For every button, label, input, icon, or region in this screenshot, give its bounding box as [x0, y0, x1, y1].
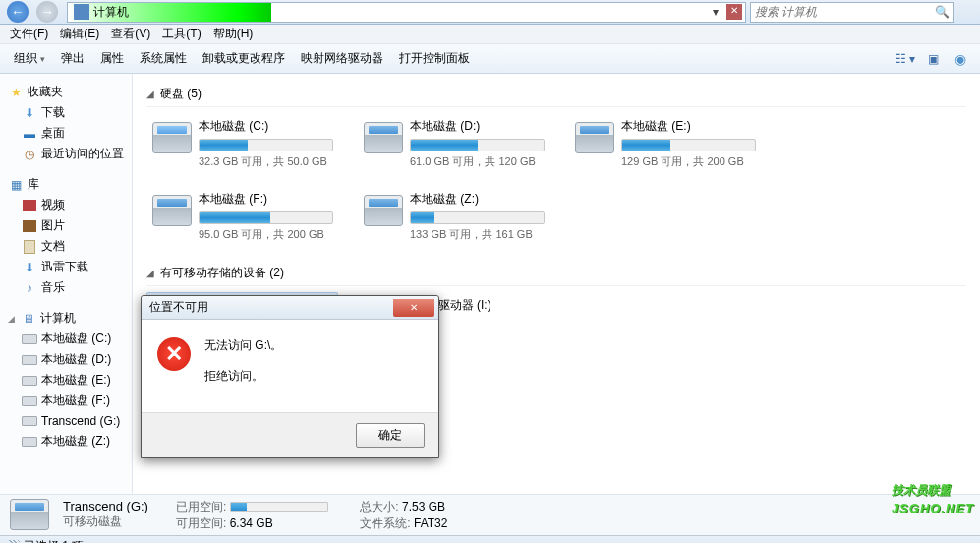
collapse-arrow-icon[interactable]: ◢ [146, 268, 154, 278]
recent-icon: ◷ [22, 147, 37, 162]
hdd-icon [151, 118, 193, 157]
drive-item[interactable]: 本地磁盘 (C:) 32.3 GB 可用，共 50.0 GB [146, 113, 338, 174]
star-icon: ★ [8, 85, 24, 100]
sidebar-item-drive-c[interactable]: 本地磁盘 (C:) [0, 329, 132, 349]
picture-icon [22, 218, 37, 234]
hdd-icon [363, 118, 404, 157]
dialog-message-1: 无法访问 G:\。 [204, 337, 423, 354]
usage-bar [410, 139, 545, 151]
drive-name: 本地磁盘 (E:) [621, 118, 756, 135]
drive-name: 本地磁盘 (Z:) [410, 191, 545, 208]
dialog-message-2: 拒绝访问。 [204, 368, 423, 385]
titlebar: ← → 计算机 ▾ ✕ 🔍 [0, 0, 980, 25]
tool-properties[interactable]: 属性 [92, 47, 132, 70]
tool-mapdrive[interactable]: 映射网络驱动器 [293, 47, 391, 70]
dialog-title: 位置不可用 [149, 299, 208, 316]
drive-icon [22, 434, 37, 450]
drive-item[interactable]: 本地磁盘 (Z:) 133 GB 可用，共 161 GB [358, 186, 549, 247]
download-icon: ⬇ [22, 105, 37, 121]
drive-stats: 95.0 GB 可用，共 200 GB [199, 227, 333, 242]
sidebar-item-pictures[interactable]: 图片 [0, 215, 132, 236]
drive-icon [22, 373, 37, 389]
nav-forward-button[interactable]: → [33, 1, 61, 23]
tool-organize[interactable]: 组织 [6, 47, 53, 70]
tool-uninstall[interactable]: 卸载或更改程序 [195, 47, 293, 70]
sidebar: ★ 收藏夹 ⬇下载 ▬桌面 ◷最近访问的位置 ▦ 库 视频 图片 文档 ⬇迅雷下… [0, 74, 133, 494]
music-icon: ♪ [22, 280, 37, 296]
menu-tools[interactable]: 工具(T) [156, 24, 206, 44]
address-bar[interactable]: 计算机 ▾ ✕ [67, 2, 746, 23]
usage-bar [621, 139, 756, 151]
sidebar-item-drive-f[interactable]: 本地磁盘 (F:) [0, 391, 132, 411]
search-input[interactable] [755, 5, 935, 19]
menu-edit[interactable]: 编辑(E) [54, 24, 105, 44]
menu-file[interactable]: 文件(F) [4, 24, 54, 44]
address-dropdown-icon[interactable]: ▾ [708, 5, 723, 19]
details-pane: Transcend (G:) 可移动磁盘 已用空间: 可用空间: 6.34 GB… [0, 494, 980, 535]
drive-item[interactable]: 本地磁盘 (E:) 129 GB 可用，共 200 GB [569, 113, 761, 174]
sidebar-item-documents[interactable]: 文档 [0, 236, 132, 257]
nav-back-button[interactable]: ← [4, 1, 31, 23]
section-header-hdd[interactable]: ◢ 硬盘 (5) [146, 82, 966, 107]
library-icon: ▦ [8, 177, 24, 193]
toolbar: 组织 弹出 属性 系统属性 卸载或更改程序 映射网络驱动器 打开控制面板 ☷ ▾… [0, 44, 980, 74]
sidebar-item-drive-z[interactable]: 本地磁盘 (Z:) [0, 431, 132, 452]
section-header-removable[interactable]: ◢ 有可移动存储的设备 (2) [146, 261, 966, 286]
sidebar-item-recent[interactable]: ◷最近访问的位置 [0, 144, 132, 164]
sidebar-item-drive-d[interactable]: 本地磁盘 (D:) [0, 349, 132, 370]
address-close-icon[interactable]: ✕ [726, 4, 742, 20]
details-total: 7.53 GB [402, 500, 445, 513]
sidebar-group-favorites[interactable]: ★ 收藏夹 [0, 82, 132, 102]
menu-help[interactable]: 帮助(H) [207, 24, 259, 44]
sidebar-item-music[interactable]: ♪音乐 [0, 277, 132, 298]
sidebar-group-libraries[interactable]: ▦ 库 [0, 174, 132, 195]
sidebar-item-drive-g[interactable]: Transcend (G:) [0, 411, 132, 431]
preview-pane-icon[interactable]: ▣ [921, 48, 945, 70]
search-icon: 🔍 [935, 5, 950, 19]
collapse-arrow-icon[interactable]: ◢ [146, 89, 154, 99]
sidebar-group-label: 收藏夹 [28, 84, 63, 100]
search-box[interactable]: 🔍 [750, 2, 954, 23]
tool-sysprops[interactable]: 系统属性 [132, 47, 195, 70]
help-icon[interactable]: ◉ [949, 48, 972, 70]
drive-stats: 61.0 GB 可用，共 120 GB [410, 154, 545, 169]
drive-name: 本地磁盘 (C:) [199, 118, 333, 135]
sidebar-item-xunlei[interactable]: ⬇迅雷下载 [0, 257, 132, 277]
drive-name: 本地磁盘 (F:) [199, 191, 333, 208]
hdd-icon [574, 118, 615, 157]
menubar: 文件(F) 编辑(E) 查看(V) 工具(T) 帮助(H) [0, 25, 980, 44]
dialog-close-button[interactable]: ✕ [393, 299, 434, 317]
hdd-icon [363, 191, 404, 230]
sidebar-group-computer[interactable]: ◢ 🖥 计算机 [0, 308, 132, 329]
video-icon [22, 198, 37, 213]
error-dialog: 位置不可用 ✕ ✕ 无法访问 G:\。 拒绝访问。 确定 [141, 295, 439, 458]
dialog-ok-button[interactable]: 确定 [356, 423, 425, 448]
status-bar: 已选择 1 项 [0, 535, 980, 543]
drive-item[interactable]: 本地磁盘 (F:) 95.0 GB 可用，共 200 GB [146, 186, 338, 247]
details-free: 6.34 GB [230, 516, 273, 530]
sidebar-item-downloads[interactable]: ⬇下载 [0, 102, 132, 123]
sidebar-item-desktop[interactable]: ▬桌面 [0, 123, 132, 144]
drive-icon [22, 393, 37, 409]
download-icon: ⬇ [22, 260, 37, 275]
drive-stats: 32.3 GB 可用，共 50.0 GB [199, 154, 333, 169]
computer-icon [74, 4, 89, 20]
dialog-title-bar[interactable]: 位置不可用 ✕ [142, 296, 438, 320]
drive-item[interactable]: 本地磁盘 (D:) 61.0 GB 可用，共 120 GB [358, 113, 549, 174]
expand-arrow-icon[interactable]: ◢ [8, 314, 18, 324]
drive-icon [10, 499, 53, 532]
sidebar-item-drive-e[interactable]: 本地磁盘 (E:) [0, 370, 132, 391]
view-options-icon[interactable]: ☷ ▾ [894, 48, 917, 70]
tool-controlpanel[interactable]: 打开控制面板 [391, 47, 478, 70]
status-text: 已选择 1 项 [24, 538, 84, 544]
menu-view[interactable]: 查看(V) [105, 24, 156, 44]
tool-eject[interactable]: 弹出 [53, 47, 92, 70]
drive-stats: 129 GB 可用，共 200 GB [621, 154, 756, 169]
usage-bar [199, 211, 333, 224]
computer-icon: 🖥 [21, 311, 36, 327]
drive-stats: 133 GB 可用，共 161 GB [410, 227, 545, 242]
sidebar-group-label: 计算机 [40, 310, 76, 327]
watermark: 技术员联盟 JSGHO.NET [892, 469, 974, 515]
details-fs: FAT32 [414, 516, 447, 530]
sidebar-item-videos[interactable]: 视频 [0, 195, 132, 215]
